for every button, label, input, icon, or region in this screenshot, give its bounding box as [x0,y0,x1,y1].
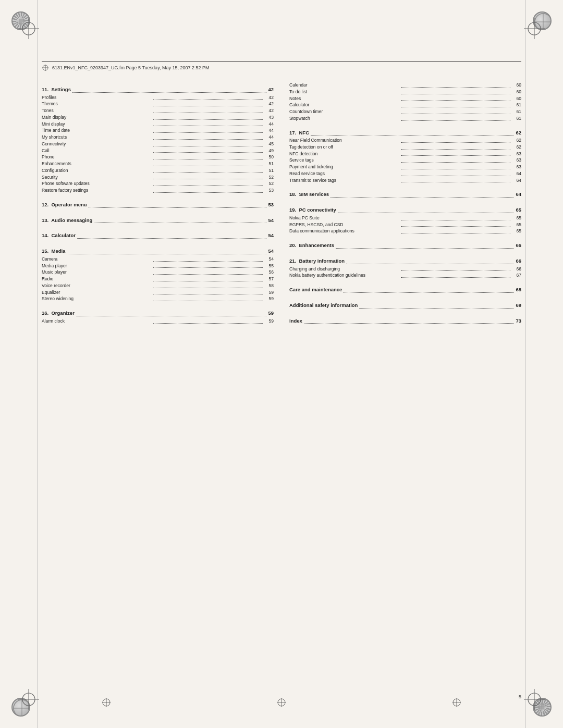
section-11-dots [72,86,266,93]
entry-page: 59 [264,295,274,302]
entry-dots [401,266,511,272]
toc-entry-calculator: Calculator 61 [289,102,521,108]
reg-mark-tl [16,16,42,42]
toc-entry-configuration: Configuration 51 [42,167,274,174]
entry-dots [401,157,511,163]
toc-section-21: 21. Battery information 66 [289,257,521,265]
entry-label: Restore factory settings [42,187,152,194]
entry-dots [153,167,263,173]
entry-page: 63 [512,157,521,164]
section-16-dots [76,310,267,316]
toc-entry-tag-detection: Tag detection on or off 62 [289,144,521,151]
section-12-title: 12. Operator menu [42,201,87,209]
entry-label: Charging and discharging [289,266,399,273]
entry-page: 65 [512,228,521,235]
entry-page: 55 [264,263,274,269]
toc-entry-time-date: Time and date 44 [42,127,274,134]
toc-entry-todo: To-do list 60 [289,89,521,95]
entry-page: 51 [264,161,274,167]
entry-dots [401,151,511,156]
entry-page: 52 [264,174,274,181]
entry-page: 62 [512,144,521,151]
entry-page: 58 [264,282,274,289]
section-20-page: 66 [516,242,521,250]
toc-section-18: 18. SIM services 64 [289,191,521,199]
toc-entry-stopwatch: Stopwatch 61 [289,115,521,122]
reg-mark-bl [16,686,42,712]
toc-entry-service-tags: Service tags 63 [289,157,521,164]
entry-label: Call [42,147,152,154]
entry-page: 64 [512,170,521,177]
entry-page: 44 [264,134,274,141]
toc-section-17: 17. NFC 62 [289,129,521,137]
entry-page: 63 [512,151,521,157]
toc-entry-nfc: Near Field Communication 62 [289,137,521,144]
section-16-title: 16. Organizer [42,310,75,317]
toc-entry-calendar: Calendar 60 [289,82,521,89]
toc-entry-stereo-widening: Stereo widening 59 [42,295,274,302]
entry-page: 51 [264,167,274,174]
right-column: Calendar 60 To-do list 60 Notes 60 Calcu… [289,81,521,676]
border-left [38,0,38,728]
main-content: 11. Settings 42 Profiles 42 Themes 42 To… [42,81,521,676]
section-13-dots [94,217,266,224]
toc-section-safety: Additional safety information 69 [289,302,521,310]
entry-label: Phone [42,154,152,161]
entry-page: 44 [264,121,274,128]
entry-dots [153,174,263,180]
toc-entry-media-player: Media player 55 [42,263,274,269]
section-21-dots [346,257,514,264]
section-21-title: 21. Battery information [289,257,345,265]
entry-dots [153,101,263,106]
entry-label: Radio [42,276,152,282]
reg-mark-br [521,686,547,712]
toc-entry-phone: Phone 50 [42,154,274,161]
entry-dots [401,137,511,143]
toc-section-20: 20. Enhancements 66 [289,242,521,250]
section-16-page: 59 [268,310,274,317]
entry-dots [153,187,263,193]
toc-section-11: 11. Settings 42 [42,86,274,94]
entry-page: 53 [264,187,274,194]
entry-dots [153,141,263,146]
entry-dots [401,164,511,169]
entry-label: NFC detection [289,151,399,157]
section-14-page: 54 [268,232,274,240]
header-text: 6131.ENv1_NFC_9203947_UG.fm Page 5 Tuesd… [52,65,210,70]
toc-entry-equalizer: Equalizer 59 [42,289,274,296]
entry-dots [401,221,511,227]
entry-label: Camera [42,256,152,263]
entry-label: EGPRS, HSCSD, and CSD [289,221,399,228]
entry-page: 60 [512,89,521,95]
entry-label: Tag detection on or off [289,144,399,151]
toc-section-19: 19. PC connectivity 65 [289,206,521,214]
entry-dots [153,127,263,133]
border-right [525,0,525,728]
entry-label: Calendar [289,82,399,89]
section-care-dots [344,286,514,293]
toc-entry-charging: Charging and discharging 66 [289,266,521,273]
entry-page: 67 [512,272,521,279]
section-19-dots [338,206,515,213]
entry-dots [401,115,511,121]
section-15-dots [67,248,266,254]
entry-dots [153,154,263,159]
toc-section-16: 16. Organizer 59 [42,310,274,317]
toc-entry-themes: Themes 42 [42,101,274,107]
toc-entry-nokia-pc-suite: Nokia PC Suite 65 [289,215,521,221]
entry-dots [153,295,263,301]
entry-label: Music player [42,269,152,276]
entry-dots [153,256,263,262]
entry-dots [153,161,263,166]
entry-page: 42 [264,101,274,107]
entry-label: Tones [42,107,152,114]
entry-dots [401,89,511,94]
toc-entry-notes: Notes 60 [289,95,521,102]
header-bar: 6131.ENv1_NFC_9203947_UG.fm Page 5 Tuesd… [42,61,521,71]
section-15-page: 54 [268,248,274,255]
entry-dots [401,177,511,183]
entry-label: Connectivity [42,141,152,147]
toc-entry-alarm-clock: Alarm clock 59 [42,318,274,325]
entry-page: 66 [512,266,521,273]
section-safety-title: Additional safety information [289,302,358,310]
